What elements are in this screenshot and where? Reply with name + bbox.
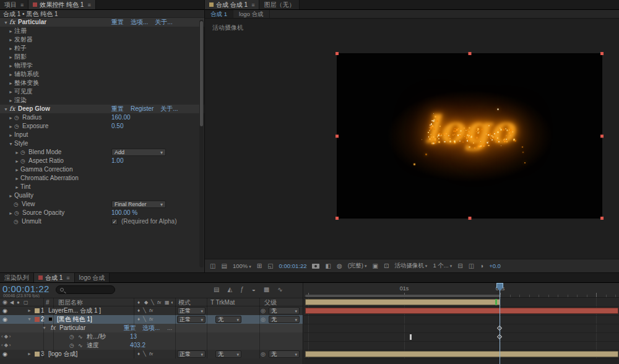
parent-pickwhip-icon[interactable]: ◎: [261, 306, 266, 315]
kf-prev-icon[interactable]: ‹: [1, 341, 3, 350]
blend-m​ode-dropdown[interactable]: 正常▾: [177, 316, 206, 323]
magnification-icon[interactable]: ▤: [221, 262, 227, 269]
stopwatch-icon[interactable]: ◷: [14, 209, 22, 217]
layer-marker[interactable]: [495, 299, 497, 305]
options-link[interactable]: 选项...: [131, 19, 148, 25]
group-row[interactable]: ►阴影: [0, 53, 204, 61]
layer-handle[interactable]: [335, 52, 339, 55]
column-divider[interactable]: [53, 298, 54, 358]
about-link[interactable]: 关于...: [155, 19, 172, 25]
grid-guides-icon[interactable]: ⊞: [257, 262, 262, 269]
twirl-closed-icon[interactable]: ►: [7, 45, 14, 53]
twirl-closed-icon[interactable]: ►: [7, 114, 14, 123]
snapshot-camera-icon[interactable]: [312, 264, 319, 269]
twirl-open-icon[interactable]: ▼: [2, 105, 9, 114]
twirl-closed-icon[interactable]: ►: [7, 209, 14, 218]
stopwatch-icon[interactable]: ◷: [20, 148, 28, 157]
playhead-line[interactable]: [500, 290, 500, 364]
comp-canvas[interactable]: logo: [337, 54, 602, 218]
trkmat-column-header[interactable]: T TrkMat: [210, 298, 235, 306]
tab-render-queue[interactable]: 渲染队列: [0, 273, 34, 282]
layer-row-1[interactable]: ◉ ► 1 LayerEm... 合成 1 ] ♦╲fx 正常▾ ◎ 无▾: [0, 306, 303, 315]
twirl-closed-icon[interactable]: ►: [7, 79, 14, 88]
subtab-logo-comp[interactable]: logo 合成: [233, 10, 270, 18]
column-divider[interactable]: [259, 298, 260, 358]
fx-icon[interactable]: fx: [149, 350, 153, 358]
twirl-closed-icon[interactable]: ►: [14, 157, 20, 166]
stopwatch-icon[interactable]: ◷: [69, 341, 74, 350]
view-dropdown[interactable]: Final Render▾: [111, 201, 166, 208]
parent-pickwhip-icon[interactable]: ◎: [261, 350, 266, 358]
group-row-input[interactable]: ►Input: [0, 131, 204, 139]
tab-effect-controls[interactable]: 效果控件 纯色 1 ≡: [28, 0, 95, 9]
parent-pickwhip-icon[interactable]: ◎: [261, 315, 266, 324]
property-row-unmult[interactable]: ◷Unmult✓(Required for Alpha): [0, 217, 204, 226]
zoom-dropdown[interactable]: 100%▾: [233, 262, 251, 269]
group-row-gamma[interactable]: ►Gamma Correction: [0, 165, 204, 174]
eye-icon[interactable]: ◉: [2, 350, 7, 358]
property-value[interactable]: 160.00: [111, 113, 131, 122]
property-value[interactable]: 403.2: [130, 341, 145, 350]
label-color-chip[interactable]: [35, 317, 40, 322]
quality-icon[interactable]: ♦: [137, 315, 140, 324]
quality-icon[interactable]: ♦: [137, 350, 140, 358]
twirl-closed-icon[interactable]: ►: [27, 306, 32, 315]
exposure-icon[interactable]: ◑: [480, 262, 483, 269]
view-layout-icon[interactable]: ⊟: [457, 262, 462, 269]
layer-switches[interactable]: ♦╲fx: [137, 350, 153, 358]
quality-slash-icon[interactable]: ╲: [143, 306, 146, 315]
group-row[interactable]: ►发射器: [0, 35, 204, 44]
reset-link[interactable]: 重置: [124, 324, 136, 332]
resolution-dropdown[interactable]: (完整)▾: [348, 262, 367, 270]
eye-icon[interactable]: ◉: [2, 315, 7, 324]
property-value[interactable]: 100.00 %: [111, 209, 137, 217]
blend-mode-dropdown[interactable]: Add▾: [111, 149, 166, 156]
register-link[interactable]: Register: [131, 105, 154, 112]
view-count-dropdown[interactable]: 1 个...▾: [433, 262, 452, 270]
panel-menu-icon[interactable]: ≡: [20, 2, 24, 8]
property-label[interactable]: 速度: [87, 341, 99, 350]
tab-project[interactable]: 项目 ≡: [0, 0, 28, 9]
time-ruler[interactable]: 01s 02s: [304, 283, 619, 298]
twirl-closed-icon[interactable]: ►: [14, 175, 20, 183]
comp-timecode[interactable]: 0:00:01:22: [279, 262, 307, 269]
layer-handle[interactable]: [468, 217, 471, 220]
keyframe-navigator[interactable]: ‹◆›: [1, 332, 11, 341]
layer-bar-3[interactable]: [305, 351, 618, 357]
twirl-closed-icon[interactable]: ►: [7, 36, 14, 45]
panel-menu-icon[interactable]: ≡: [87, 2, 90, 8]
tab-timeline-logo[interactable]: logo 合成: [75, 273, 110, 282]
stopwatch-icon[interactable]: ◷: [20, 157, 28, 165]
fx-icon[interactable]: fx: [149, 315, 153, 324]
twirl-closed-icon[interactable]: ►: [14, 183, 20, 192]
twirl-closed-icon[interactable]: ►: [7, 97, 14, 105]
layer-handle[interactable]: [600, 52, 604, 55]
always-preview-icon[interactable]: ◫: [210, 262, 215, 269]
property-row-source-opacity[interactable]: ►◷Source Opacity100.00 %: [0, 209, 204, 217]
subtab-comp1[interactable]: 合成 1: [205, 10, 233, 18]
panel-menu-icon[interactable]: ≡: [251, 2, 254, 8]
eye-icon[interactable]: ◉: [2, 306, 7, 315]
graph-editor-icon[interactable]: ∿: [277, 286, 282, 293]
reset-link[interactable]: 重置: [111, 105, 124, 112]
twirl-closed-icon[interactable]: ►: [7, 192, 14, 201]
options-link[interactable]: 选项...: [142, 324, 160, 332]
layer-row-3[interactable]: ◉ ► 3 [logo 合成] ♦╲fx 正常▾ 无▾ ◎ 无▾: [0, 350, 303, 358]
draft-3d-icon[interactable]: ◭: [227, 286, 232, 293]
frame-blend-icon[interactable]: ◒: [252, 286, 256, 293]
blend-mode-dropdown[interactable]: 正常▾: [177, 350, 206, 358]
exposure-value[interactable]: +0.0: [489, 262, 501, 269]
hide-shy-icon[interactable]: ƒ: [240, 286, 244, 293]
property-row-view[interactable]: ◷ViewFinal Render▾: [0, 200, 204, 209]
group-row[interactable]: ►辅助系统: [0, 70, 204, 79]
group-row[interactable]: ►粒子: [0, 44, 204, 53]
property-row-blend-mode[interactable]: ►◷Blend ModeAdd▾: [0, 148, 204, 157]
layer-name[interactable]: [黑色 纯色 1]: [57, 315, 92, 324]
effect-row-particular[interactable]: ▼ fx Particular 重置 选项... ...: [0, 324, 303, 332]
parent-dropdown[interactable]: 无▾: [269, 307, 300, 314]
layer-bar-2[interactable]: [305, 308, 618, 314]
property-row-aspect-ratio[interactable]: ►◷Aspect Ratio1.00: [0, 157, 204, 165]
twirl-closed-icon[interactable]: ►: [14, 149, 20, 157]
quality-icon[interactable]: ♦: [137, 306, 140, 315]
twirl-closed-icon[interactable]: ►: [14, 166, 20, 175]
